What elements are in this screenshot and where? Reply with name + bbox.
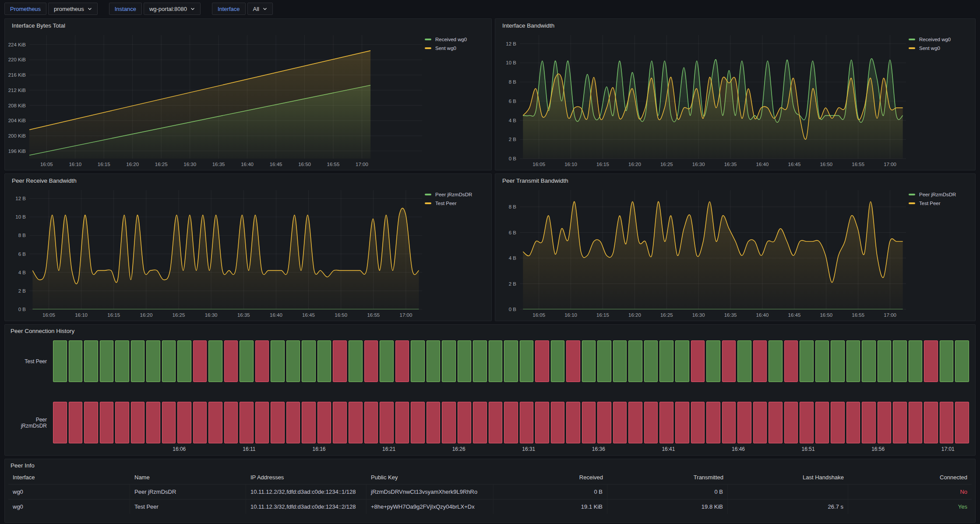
status-bar-disconnected bbox=[489, 402, 503, 443]
status-bar-disconnected bbox=[691, 402, 705, 443]
table-header-public-key[interactable]: Public Key bbox=[367, 471, 494, 484]
var-label-interface[interactable]: Interface bbox=[212, 3, 246, 15]
history-x-tick: 16:21 bbox=[382, 446, 395, 452]
legend-item[interactable]: Peer jRzmDsDR bbox=[425, 192, 490, 197]
svg-text:16:15: 16:15 bbox=[107, 312, 120, 318]
svg-text:16:35: 16:35 bbox=[724, 312, 737, 318]
table-header-transmitted[interactable]: Transmitted bbox=[607, 471, 728, 484]
svg-text:17:00: 17:00 bbox=[400, 312, 412, 318]
status-bar-disconnected bbox=[458, 402, 472, 443]
history-x-tick: 16:36 bbox=[592, 446, 605, 452]
legend-series-label: Sent wg0 bbox=[435, 46, 456, 51]
status-bar-connected bbox=[878, 340, 892, 382]
panel-title[interactable]: Peer Transmit Bandwidth bbox=[495, 174, 975, 185]
history-x-tick: 16:51 bbox=[802, 446, 815, 452]
table-header-last-handshake[interactable]: Last Handshake bbox=[728, 471, 848, 484]
svg-text:16:05: 16:05 bbox=[532, 162, 545, 167]
cell-connected: Yes bbox=[848, 499, 972, 514]
svg-text:16:40: 16:40 bbox=[756, 162, 769, 167]
status-bar-disconnected bbox=[753, 402, 767, 443]
history-row: Peer jRzmDsDR bbox=[11, 402, 969, 443]
svg-text:4 B: 4 B bbox=[509, 118, 517, 123]
legend-item[interactable]: Received wg0 bbox=[909, 37, 974, 42]
cell-last-handshake bbox=[728, 484, 848, 499]
table-header-connected[interactable]: Connected bbox=[848, 471, 972, 484]
status-bar-connected bbox=[473, 340, 487, 382]
var-select-instance[interactable]: wg-portal:8080 bbox=[144, 3, 201, 15]
panel-peer-connection-history: Peer Connection History Test PeerPeer jR… bbox=[4, 324, 976, 456]
status-bar-disconnected bbox=[333, 402, 347, 443]
status-bar-disconnected bbox=[255, 402, 269, 443]
status-bar-connected bbox=[955, 340, 969, 382]
chart-canvas[interactable]: 0 B2 B4 B6 B8 B16:0516:1016:1516:2016:25… bbox=[497, 185, 909, 320]
status-bar-disconnected bbox=[551, 402, 565, 443]
chart-legend: Peer jRzmDsDRTest Peer bbox=[425, 185, 490, 320]
chart-canvas[interactable]: 196 KiB200 KiB204 KiB208 KiB212 KiB216 K… bbox=[7, 30, 425, 169]
var-label-prometheus[interactable]: Prometheus bbox=[4, 3, 46, 15]
status-bar-disconnected bbox=[659, 402, 673, 443]
status-bar-disconnected bbox=[675, 402, 689, 443]
status-bar-disconnected bbox=[442, 402, 456, 443]
svg-text:6 B: 6 B bbox=[18, 251, 26, 257]
panel-title[interactable]: Peer Connection History bbox=[5, 325, 975, 335]
svg-text:16:45: 16:45 bbox=[302, 312, 315, 318]
svg-text:16:25: 16:25 bbox=[173, 312, 185, 318]
chevron-down-icon bbox=[88, 7, 92, 11]
svg-text:16:40: 16:40 bbox=[270, 312, 282, 318]
status-bar-connected bbox=[706, 340, 720, 382]
status-bar-connected bbox=[317, 340, 331, 382]
var-select-prometheus[interactable]: prometheus bbox=[48, 3, 98, 15]
var-group-instance: Instance wg-portal:8080 bbox=[109, 3, 201, 15]
svg-text:16:55: 16:55 bbox=[852, 312, 864, 318]
legend-item[interactable]: Sent wg0 bbox=[909, 46, 974, 51]
svg-text:16:55: 16:55 bbox=[367, 312, 380, 318]
status-bar-connected bbox=[862, 340, 876, 382]
legend-series-label: Sent wg0 bbox=[919, 46, 940, 51]
status-bar-connected bbox=[53, 340, 67, 382]
table-header-received[interactable]: Received bbox=[494, 471, 607, 484]
status-bar-connected bbox=[146, 340, 160, 382]
status-bar-connected bbox=[940, 340, 954, 382]
legend-item[interactable]: Received wg0 bbox=[425, 37, 490, 42]
svg-text:16:20: 16:20 bbox=[140, 312, 153, 318]
var-select-interface[interactable]: All bbox=[247, 3, 273, 15]
legend-item[interactable]: Test Peer bbox=[425, 201, 490, 206]
svg-text:16:50: 16:50 bbox=[298, 162, 311, 167]
var-value-text: All bbox=[253, 6, 259, 12]
legend-item[interactable]: Sent wg0 bbox=[425, 46, 490, 51]
legend-item[interactable]: Test Peer bbox=[909, 201, 974, 206]
status-bar-disconnected bbox=[582, 402, 596, 443]
status-bar-disconnected bbox=[286, 402, 300, 443]
status-bar-connected bbox=[551, 340, 565, 382]
svg-text:16:15: 16:15 bbox=[98, 162, 110, 167]
svg-text:8 B: 8 B bbox=[509, 79, 517, 85]
chart-canvas[interactable]: 0 B2 B4 B6 B8 B10 B12 B16:0516:1016:1516… bbox=[7, 185, 425, 320]
table-header-name[interactable]: Name bbox=[130, 471, 246, 484]
table-header-interface[interactable]: Interface bbox=[8, 471, 130, 484]
status-bar-connected bbox=[162, 340, 176, 382]
status-bar-connected bbox=[271, 340, 285, 382]
legend-series-color bbox=[425, 39, 431, 40]
svg-text:16:35: 16:35 bbox=[212, 162, 225, 167]
svg-text:16:50: 16:50 bbox=[820, 162, 832, 167]
legend-item[interactable]: Peer jRzmDsDR bbox=[909, 192, 974, 197]
status-bar-disconnected bbox=[737, 402, 751, 443]
cell-received: 19.1 KiB bbox=[494, 499, 607, 514]
panel-title[interactable]: Peer Receive Bandwidth bbox=[5, 174, 491, 185]
status-bar-disconnected bbox=[566, 340, 580, 382]
var-label-instance[interactable]: Instance bbox=[109, 3, 142, 15]
chart-canvas[interactable]: 0 B2 B4 B6 B8 B10 B12 B16:0516:1016:1516… bbox=[497, 30, 909, 169]
table-header-ip-addresses[interactable]: IP Addresses bbox=[246, 471, 367, 484]
status-bar-disconnected bbox=[193, 340, 207, 382]
panel-title[interactable]: Interface Bandwidth bbox=[495, 19, 975, 30]
svg-text:12 B: 12 B bbox=[15, 196, 26, 201]
status-bar-connected bbox=[800, 340, 814, 382]
panel-title[interactable]: Peer Info bbox=[5, 459, 975, 470]
status-bar-disconnected bbox=[162, 402, 176, 443]
status-bar-disconnected bbox=[395, 402, 409, 443]
svg-text:16:45: 16:45 bbox=[788, 312, 801, 318]
history-bars bbox=[53, 340, 969, 382]
status-bar-disconnected bbox=[613, 402, 627, 443]
status-bar-connected bbox=[504, 340, 518, 382]
panel-title[interactable]: Interface Bytes Total bbox=[5, 19, 491, 30]
